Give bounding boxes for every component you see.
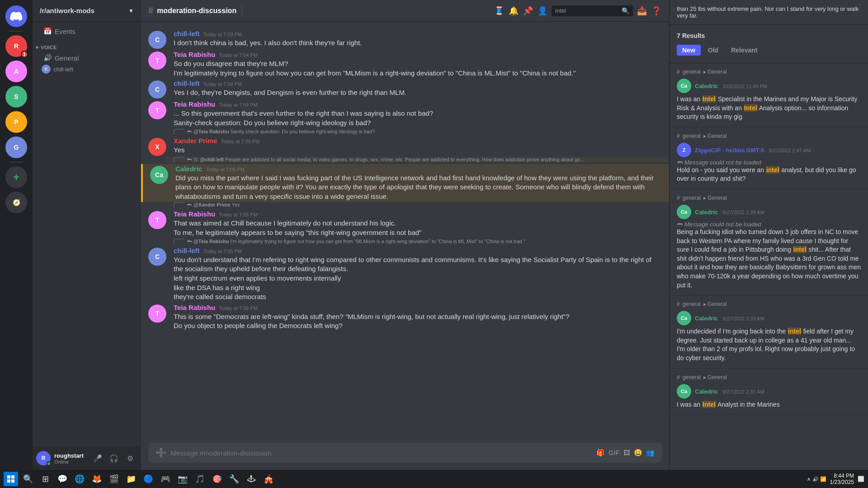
search-result-item[interactable]: # general ▸ General Ca Caledric 10/2/202… bbox=[670, 63, 868, 127]
taskbar-file-explorer[interactable]: 📁 bbox=[123, 471, 139, 487]
avatar: C bbox=[148, 31, 166, 49]
svg-rect-3 bbox=[11, 479, 14, 483]
search-bar[interactable]: intel 🔍 bbox=[552, 5, 633, 16]
message-header: Teia Rabishu Today at 7:06 PM bbox=[174, 304, 662, 311]
server-icon-r[interactable]: R1 bbox=[5, 35, 27, 57]
inbox-icon[interactable]: 📥 bbox=[637, 5, 647, 16]
search-result-item[interactable]: # general ▸ General Ca Caledric 9/27/202… bbox=[670, 189, 868, 296]
gif-icon[interactable]: GIF bbox=[609, 449, 620, 457]
taskbar-chrome[interactable]: 🔵 bbox=[140, 471, 156, 487]
voice-category[interactable]: ▸ VOICE bbox=[33, 37, 141, 52]
emoji-icon[interactable]: 😀 bbox=[634, 449, 642, 457]
bell-icon[interactable]: 🔔 bbox=[508, 5, 519, 16]
message-group: C chill-left Today at 7:03 PM I don't th… bbox=[141, 29, 669, 50]
current-username: roughstart bbox=[54, 452, 87, 459]
reply-context: ⮪ ⚙ @chill-left People are addicted to a… bbox=[141, 157, 669, 162]
general-voice[interactable]: 🔊 General bbox=[36, 52, 137, 64]
svg-rect-0 bbox=[7, 475, 10, 479]
result-author-name: Caledric bbox=[695, 83, 718, 89]
channel-label: ▸ General bbox=[703, 301, 727, 307]
taskbar-search[interactable]: 🔍 bbox=[20, 471, 36, 487]
gift-icon[interactable]: 🎁 bbox=[596, 449, 605, 457]
pin-icon[interactable]: 📌 bbox=[523, 5, 533, 16]
message-text: So do you disagree that they're MLM? bbox=[174, 59, 662, 69]
reply-context: ⮪ @Teia Rabishu I'm legitimately trying … bbox=[141, 239, 669, 244]
events-label: Events bbox=[55, 28, 75, 35]
message-input[interactable]: ➕ Message #moderation-discussion 🎁 GIF 🖼… bbox=[148, 443, 662, 463]
taskbar-app2[interactable]: 🎵 bbox=[192, 471, 208, 487]
result-channel: # general ▸ General bbox=[677, 301, 861, 307]
add-server-button[interactable]: + bbox=[5, 166, 27, 188]
channel-name: general bbox=[683, 301, 701, 307]
message-text: Yes bbox=[174, 145, 662, 155]
message-not-loaded: ⮪ Message could not be loaded bbox=[677, 221, 861, 228]
channel-label: ▸ General bbox=[703, 133, 727, 139]
filter-old-button[interactable]: Old bbox=[703, 45, 724, 56]
search-results: # general ▸ General Ca Caledric 10/2/202… bbox=[670, 63, 868, 470]
explore-button[interactable]: 🧭 bbox=[5, 192, 27, 213]
message-text: they're called social democrats bbox=[174, 292, 662, 302]
taskbar-vlc[interactable]: 🎬 bbox=[106, 471, 122, 487]
taskbar-app1[interactable]: 📷 bbox=[175, 471, 191, 487]
server-name: /r/antiwork-mods bbox=[40, 7, 94, 14]
server-icon-a[interactable]: A bbox=[5, 61, 27, 82]
taskbar-steam[interactable]: 🎮 bbox=[157, 471, 174, 487]
taskbar-firefox[interactable]: 🦊 bbox=[89, 471, 105, 487]
result-message: Hold on - you said you were an intel ana… bbox=[677, 166, 861, 183]
events-channel[interactable]: 📅 Events bbox=[36, 25, 137, 37]
search-filter-buttons: New Old Relevant bbox=[677, 45, 861, 56]
reply-text: ⮪ @Teia Rabishu I'm legitimately trying … bbox=[187, 239, 525, 244]
search-result-item[interactable]: # general ▸ General Ca Caledric 9/27/202… bbox=[670, 296, 868, 368]
message-header: chill-left Today at 7:04 PM bbox=[174, 80, 662, 87]
taskbar-edge[interactable]: 🌐 bbox=[71, 471, 88, 487]
message-content: Teia Rabishu Today at 7:06 PM This is so… bbox=[174, 304, 662, 331]
taskbar-app3[interactable]: 🎯 bbox=[209, 471, 225, 487]
server-icon-g[interactable]: G bbox=[5, 136, 27, 158]
taskbar-task-view[interactable]: ⊞ bbox=[37, 471, 53, 487]
taskbar-app4[interactable]: 🔧 bbox=[226, 471, 242, 487]
message-content: Teia Rabishu Today at 7:04 PM ... So thi… bbox=[174, 100, 662, 127]
result-message: I'm undecided if I'm going back into the… bbox=[677, 327, 861, 362]
avatar: C bbox=[148, 248, 166, 266]
deafen-button[interactable]: 🎧 bbox=[107, 451, 121, 465]
group-icon[interactable]: 👥 bbox=[646, 449, 655, 457]
settings-button[interactable]: ⚙ bbox=[123, 451, 137, 465]
filter-new-button[interactable]: New bbox=[677, 45, 701, 56]
result-author-info: Caledric 10/2/2022 11:49 PM bbox=[695, 82, 767, 89]
help-icon[interactable]: ❓ bbox=[651, 5, 662, 16]
server-icon-s[interactable]: S bbox=[5, 86, 27, 108]
members-icon[interactable]: 👤 bbox=[537, 5, 548, 16]
sticker-icon[interactable]: 🖼 bbox=[623, 449, 630, 457]
avatar: T bbox=[148, 211, 166, 229]
voice-user-avatar: C bbox=[42, 65, 51, 74]
current-user-avatar: R bbox=[36, 451, 51, 465]
current-user-info: roughstart Online bbox=[54, 452, 87, 465]
avatar: Ca bbox=[150, 166, 168, 184]
server-divider bbox=[9, 31, 24, 32]
home-button[interactable] bbox=[5, 5, 27, 27]
message-timestamp: Today at 7:05 PM bbox=[221, 139, 260, 144]
result-avatar: Ca bbox=[677, 79, 691, 93]
reply-indicator: ⮪ @Teia Rabishu Sanity-check question: D… bbox=[166, 129, 669, 134]
message-group: T Teia Rabishu Today at 7:06 PM This is … bbox=[141, 303, 669, 332]
filter-relevant-button[interactable]: Relevant bbox=[726, 45, 763, 56]
search-result-item[interactable]: # general ▸ General Ca Caledric 9/27/202… bbox=[670, 369, 868, 415]
message-group: T Teia Rabishu Today at 7:05 PM That was… bbox=[141, 209, 669, 238]
taskbar-discord[interactable]: 💬 bbox=[54, 471, 71, 487]
channel-label: ▸ General bbox=[703, 195, 727, 201]
reply-line bbox=[174, 157, 184, 162]
taskbar-app5[interactable]: 🕹 bbox=[243, 471, 259, 487]
message-text: Sanity-check question: Do you believe ri… bbox=[174, 118, 662, 128]
server-icon-p[interactable]: P bbox=[5, 111, 27, 133]
start-button[interactable] bbox=[4, 472, 18, 486]
channel-hash-icon: # bbox=[677, 301, 680, 307]
mute-button[interactable]: 🎤 bbox=[90, 451, 105, 465]
add-content-icon[interactable]: ➕ bbox=[156, 447, 167, 458]
notification-badge: 1 bbox=[21, 51, 28, 58]
message-timestamp: Today at 7:03 PM bbox=[203, 32, 242, 37]
taskbar-app6[interactable]: 🎪 bbox=[260, 471, 277, 487]
server-name-bar[interactable]: /r/antiwork-mods ▼ bbox=[33, 0, 141, 22]
message-group: X Xander Prime Today at 7:05 PM Yes bbox=[141, 136, 669, 157]
search-result-item[interactable]: # general ▸ General Z ZiggoCiP - he/him … bbox=[670, 127, 868, 189]
threads-icon[interactable]: 🧵 bbox=[494, 5, 505, 16]
